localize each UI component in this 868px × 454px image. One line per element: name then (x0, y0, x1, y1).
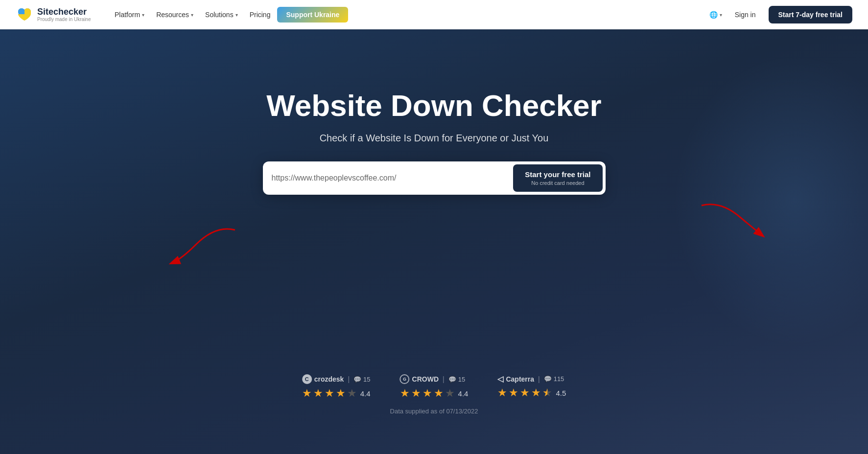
g2crowd-logo-icon: G (400, 374, 410, 384)
hero-title: Website Down Checker (266, 88, 601, 123)
star-4: ★ (531, 386, 541, 399)
url-input[interactable] (272, 174, 514, 182)
nav-resources[interactable]: Resources ▾ (151, 8, 198, 22)
review-crozdesk: C crozdesk | 💬 15 ★ ★ ★ ★ ★ 4.4 (302, 374, 371, 400)
logo[interactable]: Sitechecker Proudly made in Ukraine (16, 6, 94, 23)
g2crowd-count-value: 15 (458, 376, 465, 383)
capterra-rating: 4.5 (556, 389, 566, 397)
g2crowd-stars: ★ ★ ★ ★ ★ 4.4 (400, 387, 469, 400)
crozdesk-count: 💬 15 (353, 376, 370, 383)
signin-button[interactable]: Sign in (730, 8, 761, 22)
crozdesk-logo-icon: C (302, 374, 312, 384)
chat-icon: 💬 (544, 375, 552, 383)
review-capterra: ◁ Capterra | 💬 115 ★ ★ ★ ★ ★ (497, 374, 566, 399)
chat-icon: 💬 (448, 376, 456, 383)
star-2: ★ (509, 386, 518, 399)
nav-platform[interactable]: Platform ▾ (110, 8, 149, 22)
capterra-stars: ★ ★ ★ ★ ★ ★ 4.5 (497, 386, 566, 399)
language-selector[interactable]: 🌐 ▾ (709, 11, 722, 19)
brand-name: Sitechecker (37, 7, 91, 17)
start-trial-button[interactable]: Start 7-day free trial (769, 6, 853, 23)
star-3: ★ (520, 386, 530, 399)
reviews-row: C crozdesk | 💬 15 ★ ★ ★ ★ ★ 4.4 (302, 374, 566, 400)
star-1: ★ (302, 387, 312, 400)
star-2: ★ (411, 387, 421, 400)
brand-tagline: Proudly made in Ukraine (37, 17, 91, 22)
star-3: ★ (325, 387, 334, 400)
support-ukraine-button[interactable]: Support Ukraine (277, 7, 348, 23)
cta-sub-label: No credit card needed (531, 180, 584, 186)
nav-solutions[interactable]: Solutions ▾ (200, 8, 243, 22)
cta-main-label: Start your free trial (525, 170, 590, 179)
crozdesk-header: C crozdesk | 💬 15 (302, 374, 371, 384)
crozdesk-stars: ★ ★ ★ ★ ★ 4.4 (302, 387, 371, 400)
star-half: ★ ★ (542, 386, 552, 399)
navbar: Sitechecker Proudly made in Ukraine Plat… (0, 0, 868, 29)
g2crowd-header: G CROWD | 💬 15 (400, 374, 466, 384)
chat-icon: 💬 (353, 376, 361, 383)
arrow-right-icon (692, 196, 770, 245)
star-4: ★ (336, 387, 346, 400)
star-2: ★ (313, 387, 323, 400)
star-1: ★ (497, 386, 507, 399)
crozdesk-rating: 4.4 (360, 389, 371, 398)
chevron-down-icon: ▾ (142, 12, 144, 18)
hero-section: Website Down Checker Check if a Website … (0, 29, 868, 454)
capterra-count: 💬 115 (544, 375, 564, 383)
nav-pricing[interactable]: Pricing (245, 8, 276, 22)
g2crowd-logo: G CROWD (400, 374, 439, 384)
crozdesk-count-value: 15 (363, 376, 370, 383)
crozdesk-logo: C crozdesk (302, 374, 344, 384)
star-empty-1: ★ (445, 387, 455, 400)
capterra-header: ◁ Capterra | 💬 115 (497, 374, 564, 384)
capterra-label: Capterra (506, 375, 534, 383)
nav-right: 🌐 ▾ Sign in Start 7-day free trial (709, 6, 852, 23)
star-1: ★ (400, 387, 410, 400)
globe-icon: 🌐 (709, 11, 718, 19)
star-4: ★ (434, 387, 444, 400)
arrow-left-icon (157, 220, 245, 269)
nav-links: Platform ▾ Resources ▾ Solutions ▾ Prici… (110, 7, 694, 23)
reviews-section: C crozdesk | 💬 15 ★ ★ ★ ★ ★ 4.4 (302, 374, 566, 415)
chevron-down-icon: ▾ (191, 12, 193, 18)
chevron-down-icon: ▾ (235, 12, 238, 18)
url-search-container: Start your free trial No credit card nee… (263, 161, 606, 195)
logo-icon (16, 6, 33, 23)
star-empty-1: ★ (347, 387, 357, 400)
review-g2crowd: G CROWD | 💬 15 ★ ★ ★ ★ ★ 4.4 (400, 374, 469, 400)
g2crowd-count: 💬 15 (448, 376, 465, 383)
data-source-label: Data supplied as of 07/13/2022 (390, 408, 478, 415)
capterra-logo-icon: ◁ (497, 374, 503, 384)
chevron-down-icon: ▾ (720, 12, 722, 18)
crozdesk-label: crozdesk (314, 375, 344, 383)
hero-subtitle: Check if a Website Is Down for Everyone … (320, 133, 549, 144)
capterra-count-value: 115 (554, 375, 564, 383)
g2crowd-rating: 4.4 (458, 389, 469, 398)
star-3: ★ (422, 387, 432, 400)
g2crowd-label: CROWD (412, 375, 439, 383)
capterra-logo: ◁ Capterra (497, 374, 534, 384)
start-trial-cta-button[interactable]: Start your free trial No credit card nee… (513, 164, 602, 192)
